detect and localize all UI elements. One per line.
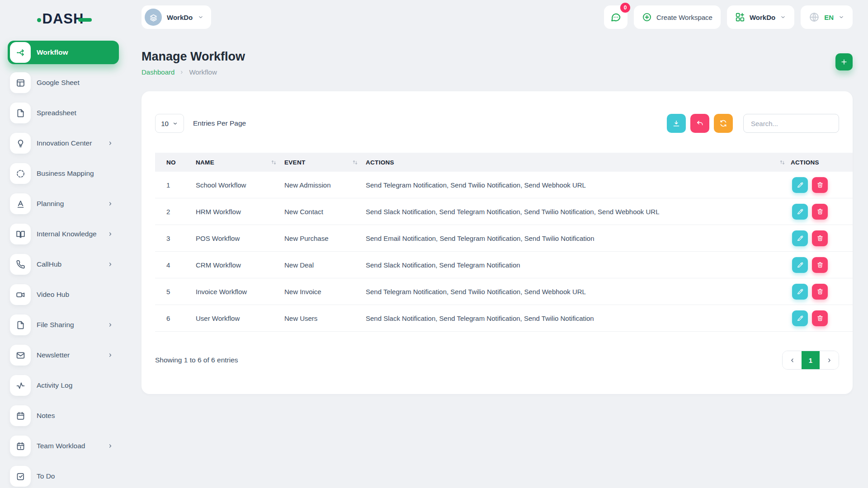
sidebar-item-label: To Do <box>37 472 55 480</box>
table-body: 1 School Workflow New Admission Send Tel… <box>155 172 853 332</box>
current-page[interactable]: 1 <box>802 351 820 369</box>
breadcrumb-current: Workflow <box>189 68 217 76</box>
sidebar-item-icon-tile <box>10 436 31 456</box>
sort-icon[interactable] <box>779 159 786 166</box>
sidebar-item-innovation-center[interactable]: Innovation Center <box>8 131 119 155</box>
sidebar-item-label: Business Mapping <box>37 169 94 178</box>
edit-button[interactable] <box>792 310 808 326</box>
sidebar-item-label: Notes <box>37 412 55 420</box>
sidebar-item-internal-knowledge[interactable]: Internal Knowledge <box>8 222 119 246</box>
chevron-right-icon <box>107 201 113 207</box>
page-title: Manage Workflow <box>142 50 245 64</box>
app-root: DASH Workflow Google Sheet Spreadsheet I… <box>0 0 868 488</box>
cell-no: 3 <box>155 235 196 242</box>
cell-name: Invoice Workflow <box>196 288 284 296</box>
table-row: 4 CRM Workflow New Deal Send Slack Notif… <box>155 252 853 278</box>
chevron-right-icon <box>107 322 113 328</box>
sidebar-item-business-mapping[interactable]: Business Mapping <box>8 162 119 185</box>
sidebar-item-icon-tile <box>10 163 31 184</box>
chevron-right-icon <box>107 231 113 237</box>
breadcrumb: Dashboard Workflow <box>142 68 245 76</box>
delete-button[interactable] <box>812 177 828 193</box>
cell-event: New Purchase <box>284 235 366 242</box>
breadcrumb-dashboard-link[interactable]: Dashboard <box>142 68 175 76</box>
sidebar-item-team-workload[interactable]: Team Workload <box>8 434 119 458</box>
delete-button[interactable] <box>812 257 828 273</box>
reset-button[interactable] <box>690 114 709 133</box>
reload-button[interactable] <box>714 114 733 133</box>
cell-actions: Send Telegram Notification, Send Twilio … <box>366 288 768 296</box>
phone-icon <box>16 260 25 269</box>
check-square-icon <box>16 472 25 481</box>
cell-event: New Users <box>284 314 366 322</box>
export-button[interactable] <box>667 114 686 133</box>
table-controls-right <box>667 114 839 133</box>
next-page-button[interactable] <box>820 351 839 369</box>
sidebar-item-icon-tile <box>10 345 31 366</box>
table-row: 3 POS Workflow New Purchase Send Email N… <box>155 225 853 252</box>
sidebar-item-icon-tile <box>10 133 31 154</box>
refresh-icon <box>719 119 727 127</box>
previous-page-button[interactable] <box>783 351 802 369</box>
edit-button[interactable] <box>792 257 808 273</box>
trash-icon <box>816 181 824 188</box>
sidebar-item-icon-tile <box>10 224 31 244</box>
sidebar-item-planning[interactable]: Planning <box>8 192 119 216</box>
sidebar-item-to-do[interactable]: To Do <box>8 465 119 488</box>
sidebar-item-file-sharing[interactable]: File Sharing <box>8 313 119 337</box>
app-selector-label: WorkDo <box>750 14 775 21</box>
chevron-down-icon <box>198 14 204 20</box>
sidebar: DASH Workflow Google Sheet Spreadsheet I… <box>0 0 129 488</box>
sidebar-item-video-hub[interactable]: Video Hub <box>8 283 119 306</box>
add-workflow-button[interactable] <box>835 53 853 70</box>
sidebar-item-google-sheet[interactable]: Google Sheet <box>8 71 119 94</box>
dashed-circle-icon <box>16 169 25 178</box>
delete-button[interactable] <box>812 284 828 300</box>
cell-event: New Contact <box>284 208 366 216</box>
messages-button[interactable]: 0 <box>604 5 627 29</box>
sidebar-item-activity-log[interactable]: Activity Log <box>8 374 119 397</box>
sidebar-item-callhub[interactable]: CallHub <box>8 253 119 276</box>
chevron-right-icon <box>107 352 113 358</box>
search-input[interactable] <box>743 114 839 133</box>
entries-per-page-label: Entries Per Page <box>193 119 246 127</box>
sidebar-item-workflow[interactable]: Workflow <box>8 41 119 64</box>
workspace-selector[interactable]: WorkDo <box>142 5 211 29</box>
cell-row-actions <box>768 177 853 193</box>
edit-button[interactable] <box>792 284 808 300</box>
cell-row-actions <box>768 284 853 300</box>
edit-button[interactable] <box>792 204 808 220</box>
building-icon <box>149 13 158 22</box>
sidebar-item-spreadsheet[interactable]: Spreadsheet <box>8 101 119 125</box>
create-workspace-button[interactable]: Create Workspace <box>634 5 721 29</box>
language-selector[interactable]: EN <box>801 5 853 29</box>
cell-actions: Send Telegram Notification, Send Twilio … <box>366 181 768 189</box>
chevron-right-icon <box>107 261 113 267</box>
edit-button[interactable] <box>792 177 808 193</box>
table-row: 6 User Workflow New Users Send Slack Not… <box>155 305 853 332</box>
app-selector[interactable]: WorkDo <box>727 5 794 29</box>
sidebar-item-label: File Sharing <box>37 321 74 329</box>
column-header-event[interactable]: EVENT <box>284 159 366 166</box>
column-header-no: NO <box>155 159 196 166</box>
cell-row-actions <box>768 310 853 326</box>
logo-dot <box>37 18 41 22</box>
sidebar-item-label: Planning <box>37 200 64 208</box>
sort-icon[interactable] <box>270 159 277 166</box>
entries-per-page-select[interactable]: 10 <box>155 114 184 133</box>
delete-button[interactable] <box>812 230 828 246</box>
sidebar-item-newsletter[interactable]: Newsletter <box>8 343 119 367</box>
sort-icon[interactable] <box>352 159 359 166</box>
delete-button[interactable] <box>812 204 828 220</box>
trash-icon <box>816 261 824 268</box>
brand-logo: DASH <box>0 10 129 28</box>
sidebar-item-label: Spreadsheet <box>37 109 76 117</box>
sidebar-item-notes[interactable]: Notes <box>8 404 119 427</box>
delete-button[interactable] <box>812 310 828 326</box>
sidebar-item-icon-tile <box>10 466 31 487</box>
topbar: WorkDo 0 Create Workspace WorkDo <box>142 5 853 29</box>
edit-button[interactable] <box>792 230 808 246</box>
column-header-name[interactable]: NAME <box>196 159 284 166</box>
trash-icon <box>816 314 824 322</box>
file-icon <box>16 108 25 118</box>
